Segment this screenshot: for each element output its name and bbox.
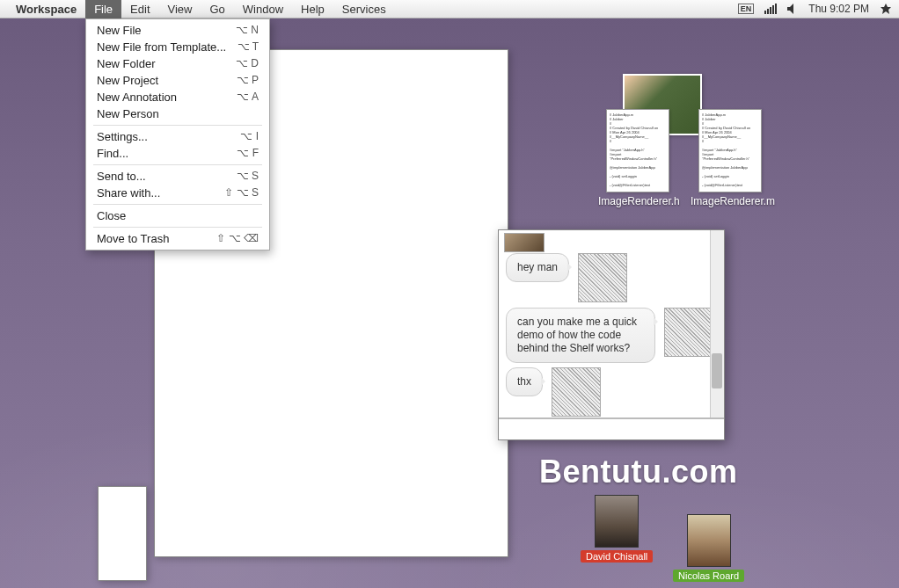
svg-rect-4 (775, 4, 777, 14)
desktop-file-imagerenderer-h[interactable]: // JabberApp.m// Jabber//// Created by D… (598, 109, 677, 207)
contact-david[interactable]: David Chisnall (581, 495, 653, 563)
chat-avatar (504, 233, 545, 252)
menubar: Workspace File Edit View Go Window Help … (0, 0, 899, 18)
menu-window[interactable]: Window (234, 0, 292, 18)
message-row (504, 233, 553, 252)
chat-body: hey man can you make me a quick demo of … (499, 230, 724, 418)
menu-workspace[interactable]: Workspace (7, 0, 85, 18)
chat-bubble: can you make me a quick demo of how the … (506, 308, 655, 363)
contact-photo (687, 514, 731, 567)
menu-item-new-annotation[interactable]: New Annotation⌥ A (86, 89, 269, 105)
menu-item-find[interactable]: Find...⌥ F (86, 145, 269, 162)
volume-icon[interactable] (787, 4, 798, 14)
menu-item-close[interactable]: Close (86, 207, 269, 224)
chat-bubble: hey man (506, 253, 569, 282)
menu-item-share-with[interactable]: Share with...⇧ ⌥ S (86, 185, 269, 201)
menu-item-new-person[interactable]: New Person (86, 105, 269, 122)
desktop-file-imagerenderer-m[interactable]: // JabberApp.m// Jabber//// Created by D… (691, 109, 770, 207)
message-row: hey man (506, 253, 627, 302)
svg-rect-0 (764, 11, 766, 14)
menu-item-new-project[interactable]: New Project⌥ P (86, 72, 269, 89)
menu-item-move-to-trash[interactable]: Move to Trash⇧ ⌥ ⌫ (86, 230, 269, 247)
chat-scrollbar[interactable] (710, 230, 724, 417)
file-thumbnail: // JabberApp.m// Jabber//// Created by D… (606, 109, 669, 192)
svg-marker-6 (881, 4, 891, 14)
file-thumbnail: // JabberApp.m// Jabber//// Created by D… (698, 109, 762, 192)
menu-item-new-file-from-template[interactable]: New File from Template...⌥ T (86, 39, 269, 55)
network-icon[interactable] (764, 4, 777, 14)
clock[interactable]: Thu 9:02 PM (808, 3, 869, 15)
menu-item-send-to[interactable]: Send to...⌥ S (86, 168, 269, 185)
menu-go[interactable]: Go (201, 0, 233, 18)
menu-view[interactable]: View (159, 0, 201, 18)
menu-item-settings[interactable]: Settings...⌥ I (86, 128, 269, 145)
star-icon[interactable] (880, 3, 892, 15)
chat-input[interactable] (499, 418, 724, 439)
chat-avatar (664, 308, 713, 357)
chat-avatar (552, 367, 601, 417)
svg-marker-5 (787, 4, 793, 14)
menubar-status: EN Thu 9:02 PM (738, 3, 892, 15)
chat-window[interactable]: hey man can you make me a quick demo of … (498, 229, 725, 440)
menu-item-new-file[interactable]: New File⌥ N (86, 22, 269, 39)
menu-services[interactable]: Services (333, 0, 395, 18)
file-menu-dropdown: New File⌥ NNew File from Template...⌥ TN… (85, 18, 270, 250)
svg-rect-1 (767, 9, 769, 14)
contact-name: Nicolas Roard (673, 570, 744, 582)
language-indicator[interactable]: EN (738, 4, 755, 14)
svg-rect-2 (770, 7, 771, 14)
scroll-thumb[interactable] (712, 353, 722, 388)
menu-help[interactable]: Help (292, 0, 333, 18)
file-label: ImageRenderer.h (598, 195, 677, 207)
menu-item-new-folder[interactable]: New Folder⌥ D (86, 55, 269, 72)
contact-photo (595, 495, 639, 548)
message-row: can you make me a quick demo of how the … (506, 308, 713, 363)
contact-name: David Chisnall (581, 550, 653, 563)
svg-rect-3 (772, 5, 774, 14)
menu-edit[interactable]: Edit (121, 0, 158, 18)
menu-file[interactable]: File (85, 0, 121, 18)
contact-nicolas[interactable]: Nicolas Roard (673, 514, 744, 582)
watermark-text: Bentutu.com (539, 454, 738, 490)
blank-window-small[interactable] (98, 486, 147, 581)
chat-avatar (578, 253, 627, 302)
chat-bubble: thx (506, 367, 543, 396)
message-row: thx (506, 367, 601, 417)
file-label: ImageRenderer.m (691, 195, 770, 207)
